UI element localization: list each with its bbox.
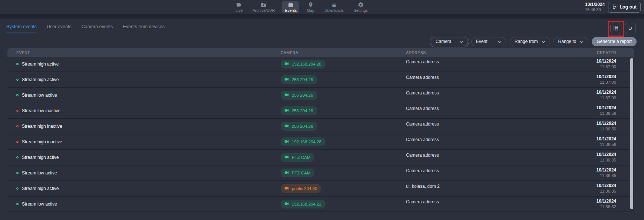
camera-badge[interactable]: 256 204.26	[281, 122, 317, 131]
table-row[interactable]: Stream low active 256 204.26 Camera addr…	[7, 88, 634, 103]
created-cell: 10/1/2024 11:36:32	[575, 199, 616, 209]
camera-cell: PTZ CAM	[281, 153, 406, 162]
table-row[interactable]: Stream low active 192.168.204.22 Camera …	[7, 197, 634, 212]
table-body: Stream high active 192.168.204.28 Camera…	[7, 57, 634, 212]
created-cell: 10/1/2024 11:37:00	[575, 59, 616, 69]
table-row[interactable]: Stream high active 256 204.26 Camera add…	[7, 72, 634, 88]
camera-badge[interactable]: 192.168.204.28	[281, 137, 326, 146]
camera-badge[interactable]: 256 204.26	[281, 91, 317, 100]
event-status-icon	[16, 172, 19, 174]
event-label: Stream low active	[22, 93, 57, 98]
camera-cell: 256 204.26	[281, 75, 406, 84]
generate-report-button[interactable]: Generate a report	[592, 37, 637, 46]
created-time: 11:37:00	[600, 96, 616, 100]
created-date: 10/1/2024	[597, 59, 616, 64]
tab-label: Events from devices	[123, 24, 165, 29]
topbar-right: 10/1/2024 15:46:39 Log out	[585, 0, 641, 14]
event-status-icon	[16, 125, 19, 127]
camera-badge-label: 192.168.204.22	[292, 202, 321, 206]
event-status-icon	[16, 63, 19, 65]
tab-user-events[interactable]: User events	[47, 19, 72, 35]
table-row[interactable]: Stream low inactive 256 204.26 Camera ad…	[7, 103, 634, 119]
address-cell: Camera address	[406, 119, 575, 127]
event-cell: Stream low active	[16, 170, 281, 176]
nav-item-events[interactable]: Events	[282, 1, 299, 13]
camera-badge-label: 256 204.26	[292, 93, 313, 97]
events-tab-bar: System events User events Camera events …	[0, 19, 644, 35]
address-cell: Camera address	[406, 166, 575, 173]
created-time: 11:36:56	[600, 142, 616, 147]
event-cell: Stream high active	[16, 155, 281, 160]
address-cell: Camera address	[406, 134, 575, 142]
event-label: Stream high inactive	[22, 139, 62, 144]
camera-badge[interactable]: 256 204.26	[281, 106, 317, 115]
table-row[interactable]: Stream low active PTZ CAM Camera address…	[7, 166, 634, 181]
logout-button[interactable]: Log out	[608, 2, 641, 13]
nav-label: Downloads	[324, 9, 344, 13]
range-from-dropdown[interactable]: Range from	[510, 37, 550, 46]
camera-cell: PTZ CAM	[281, 169, 406, 177]
camera-icon	[284, 61, 289, 67]
camera-filter-dropdown[interactable]: Camera	[431, 37, 468, 46]
refresh-button[interactable]	[625, 23, 636, 34]
event-status-icon	[16, 141, 19, 143]
event-filter-label: Event	[476, 39, 488, 44]
event-cell: Stream high inactive	[16, 139, 281, 144]
camera-icon	[284, 170, 289, 176]
created-cell: 10/1/2024 11:36:56	[575, 137, 616, 147]
top-bar: Live Archive/DVR Events Map Downloads	[0, 0, 644, 14]
camera-icon	[284, 77, 289, 83]
event-cell: Stream high active	[16, 77, 281, 82]
tab-camera-events[interactable]: Camera events	[82, 19, 113, 35]
created-date: 10/1/2024	[597, 121, 616, 126]
column-header-camera: CAMERA	[281, 50, 406, 55]
nav-item-archive-dvr[interactable]: Archive/DVR	[250, 1, 277, 13]
camera-badge[interactable]: 256 204.26	[281, 75, 317, 84]
event-label: Stream high active	[22, 61, 59, 67]
column-header-created: CREATED	[575, 50, 616, 55]
nav-label: Live	[235, 9, 242, 13]
range-to-dropdown[interactable]: Range to	[554, 37, 589, 46]
event-filter-dropdown[interactable]: Event	[471, 37, 506, 46]
camera-cell: 256 204.26	[281, 106, 406, 115]
camera-icon	[284, 186, 289, 191]
table-row[interactable]: Stream high inactive 256 204.26 Camera a…	[7, 119, 634, 134]
table-row[interactable]: Stream high inactive 192.168.204.28 Came…	[7, 134, 634, 150]
address-cell: ul. kolasa, dom 2	[406, 181, 575, 189]
nav-item-settings[interactable]: Settings	[351, 1, 370, 13]
vertical-scrollbar[interactable]	[630, 58, 633, 209]
camera-icon	[284, 154, 289, 160]
tab-actions	[610, 23, 636, 34]
camera-badge-label: PTZ CAM	[292, 155, 310, 160]
nav-item-map[interactable]: Map	[304, 1, 317, 13]
event-label: Stream low active	[22, 201, 57, 207]
camera-cell: 192.168.204.22	[281, 200, 406, 209]
event-status-icon	[16, 156, 19, 159]
camera-icon	[284, 201, 289, 207]
camera-cell: public 204.30	[281, 184, 406, 193]
tab-events-from-devices[interactable]: Events from devices	[123, 19, 165, 35]
table-row[interactable]: Stream high active 192.168.204.28 Camera…	[7, 57, 634, 72]
current-date: 10/1/2024	[585, 2, 605, 7]
range-from-label: Range from	[515, 39, 538, 44]
camera-badge[interactable]: PTZ CAM	[281, 153, 314, 162]
events-table: EVENT CAMERA ADDRESS CREATED Stream high…	[7, 48, 634, 212]
table-row[interactable]: Stream high active PTZ CAM Camera addres…	[7, 150, 634, 166]
filter-bar: Camera Event Range from Range to Generat…	[0, 35, 644, 48]
nav-item-downloads[interactable]: Downloads	[322, 1, 346, 13]
event-label: Stream high inactive	[22, 124, 62, 129]
current-time: 15:46:39	[585, 7, 605, 12]
nav-item-live[interactable]: Live	[233, 1, 245, 13]
camera-badge[interactable]: 192.168.204.28	[281, 60, 326, 69]
nav-label: Settings	[354, 9, 368, 13]
created-cell: 10/1/2024 11:36:35	[575, 183, 616, 194]
camera-badge[interactable]: 192.168.204.22	[281, 200, 326, 209]
table-row[interactable]: Stream high active public 204.30 ul. kol…	[7, 181, 634, 197]
created-cell: 10/1/2024 11:36:35	[575, 152, 616, 163]
event-status-icon	[16, 79, 19, 81]
tab-label: User events	[47, 24, 72, 29]
camera-badge[interactable]: PTZ CAM	[281, 169, 314, 177]
report-view-button[interactable]	[610, 23, 621, 34]
tab-system-events[interactable]: System events	[6, 19, 37, 35]
camera-badge[interactable]: public 204.30	[281, 184, 321, 193]
